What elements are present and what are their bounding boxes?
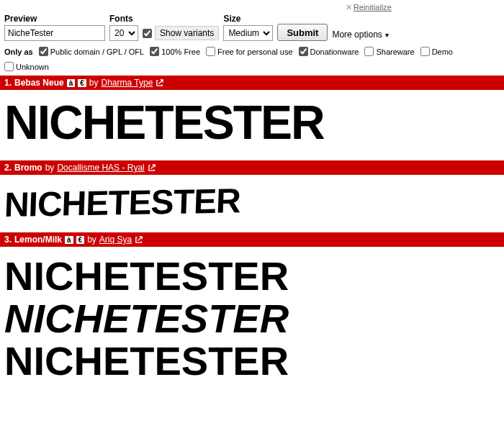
show-variants-label[interactable]: Show variants: [155, 26, 219, 40]
font-index: 3.: [4, 235, 12, 245]
fonts-count-select[interactable]: 20: [109, 25, 138, 41]
only-as-label: Only as: [4, 47, 33, 56]
by-label: by: [45, 163, 55, 173]
filter-checkbox[interactable]: [150, 47, 159, 56]
font-header[interactable]: 2.Bromo by Docallisme HAS - Ryal: [0, 160, 504, 175]
filter-checkbox[interactable]: [299, 47, 308, 56]
license-filters: Only as Public domain / GPL / OFL100% Fr…: [0, 41, 504, 76]
size-select[interactable]: Medium: [223, 25, 273, 41]
font-list: 1.Bebas Neue à € by Dharma Type NICHETES…: [0, 76, 504, 396]
filter-option[interactable]: Demo: [420, 47, 453, 56]
more-options-toggle[interactable]: More options: [332, 29, 388, 41]
filter-checkbox[interactable]: [39, 47, 48, 56]
font-name: Bromo: [14, 163, 42, 173]
preview-input[interactable]: [4, 25, 105, 41]
font-author-link[interactable]: Docallisme HAS - Ryal: [57, 163, 144, 173]
font-index: 2.: [4, 163, 12, 173]
filter-checkbox[interactable]: [4, 62, 14, 71]
preview-text: NICHETESTER: [4, 340, 500, 383]
filter-label: Demo: [432, 47, 453, 56]
reinitialize-link[interactable]: ✕Reinitialize: [4, 3, 500, 12]
filter-option[interactable]: Free for personal use: [206, 47, 293, 56]
preview-text: NicheTester: [4, 179, 500, 222]
filter-option[interactable]: Unknown: [4, 62, 49, 71]
filter-label: 100% Free: [161, 47, 200, 56]
filter-label: Shareware: [376, 47, 414, 56]
by-label: by: [87, 235, 96, 245]
font-name: Lemon/Milk: [14, 235, 62, 245]
accent-badge: €: [76, 236, 85, 244]
show-variants-checkbox[interactable]: [143, 29, 152, 38]
external-link-icon[interactable]: [135, 236, 143, 244]
preview-text: NICHETESTER: [4, 298, 500, 340]
accent-badge: à: [65, 236, 73, 244]
filter-label: Donationware: [310, 47, 359, 56]
filter-checkbox[interactable]: [206, 47, 215, 56]
by-label: by: [89, 78, 99, 88]
font-name: Bebas Neue: [14, 78, 64, 88]
font-index: 1.: [4, 78, 12, 88]
filter-label: Public domain / GPL / OFL: [50, 47, 144, 56]
filter-checkbox[interactable]: [364, 47, 374, 56]
accent-badge: à: [67, 79, 76, 87]
filter-option[interactable]: Shareware: [364, 47, 414, 56]
accent-badge: €: [78, 79, 86, 87]
filter-label: Unknown: [16, 63, 49, 71]
submit-button[interactable]: Submit: [277, 24, 328, 41]
preview-text: NICHETESTER: [4, 255, 500, 298]
fonts-label: Fonts: [109, 14, 138, 24]
filter-option[interactable]: 100% Free: [150, 47, 200, 56]
preview-label: Preview: [4, 14, 105, 24]
font-header[interactable]: 1.Bebas Neue à € by Dharma Type: [0, 76, 504, 90]
filter-label: Free for personal use: [217, 47, 293, 56]
filter-option[interactable]: Public domain / GPL / OFL: [39, 47, 144, 56]
size-label: Size: [223, 14, 273, 24]
close-icon: ✕: [346, 3, 352, 12]
external-link-icon[interactable]: [156, 79, 163, 87]
font-preview: NICHETESTER: [0, 90, 504, 160]
filter-option[interactable]: Donationware: [299, 47, 359, 56]
font-preview: NICHETESTERNICHETESTERNICHETESTER: [0, 247, 504, 396]
external-link-icon[interactable]: [148, 164, 156, 172]
filter-checkbox[interactable]: [420, 47, 430, 56]
font-header[interactable]: 3.Lemon/Milk à € by Ariq Sya: [0, 232, 504, 247]
font-author-link[interactable]: Ariq Sya: [99, 235, 132, 245]
font-author-link[interactable]: Dharma Type: [102, 78, 153, 88]
font-preview: NicheTester: [0, 175, 504, 232]
preview-text: NICHETESTER: [4, 99, 500, 146]
